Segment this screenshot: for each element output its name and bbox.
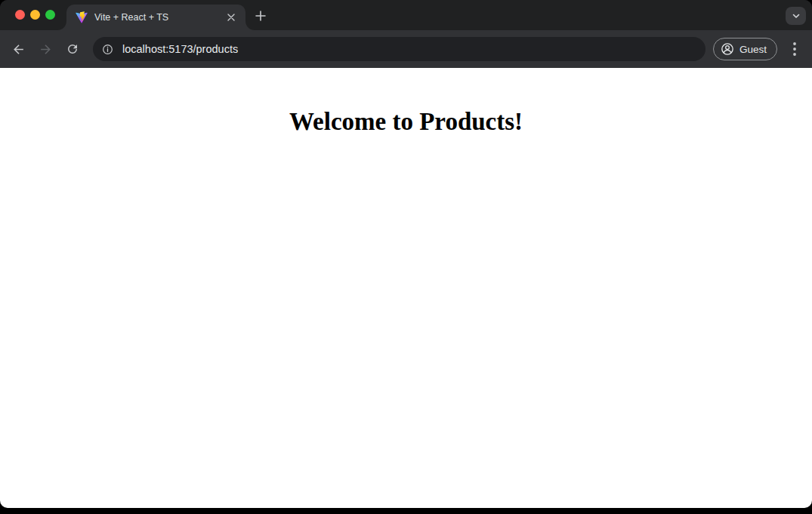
plus-icon [255, 11, 266, 21]
page-content: Welcome to Products! [0, 68, 812, 508]
tab-vite-react-ts[interactable]: Vite + React + TS [66, 5, 245, 30]
tab-title: Vite + React + TS [94, 12, 224, 23]
arrow-right-icon [39, 42, 53, 57]
three-dot-menu-icon [793, 42, 796, 56]
page-title: Welcome to Products! [0, 108, 812, 136]
back-button[interactable] [5, 36, 31, 62]
new-tab-button[interactable] [251, 6, 270, 26]
browser-toolbar: localhost:5173/products Guest [0, 30, 812, 68]
window-zoom-button[interactable] [45, 10, 55, 20]
address-bar[interactable]: localhost:5173/products [93, 37, 705, 61]
traffic-lights [15, 10, 55, 20]
forward-button[interactable] [32, 36, 58, 62]
window-close-button[interactable] [15, 10, 25, 20]
site-info-button[interactable] [97, 39, 117, 59]
tab-close-icon[interactable] [224, 11, 238, 24]
reload-button[interactable] [60, 36, 85, 62]
url-text[interactable]: localhost:5173/products [122, 43, 238, 55]
window-minimize-button[interactable] [30, 10, 40, 20]
account-circle-icon [720, 42, 735, 57]
arrow-left-icon [11, 42, 26, 57]
profile-button[interactable]: Guest [713, 38, 777, 60]
info-circle-icon [101, 43, 114, 56]
chevron-down-icon [792, 11, 801, 20]
browser-window: Vite + React + TS [0, 0, 812, 508]
tab-search-button[interactable] [786, 7, 806, 25]
browser-menu-button[interactable] [783, 38, 806, 60]
tab-strip: Vite + React + TS [0, 0, 812, 30]
reload-icon [66, 42, 79, 56]
profile-label: Guest [739, 44, 767, 55]
vite-logo-icon [76, 11, 88, 23]
